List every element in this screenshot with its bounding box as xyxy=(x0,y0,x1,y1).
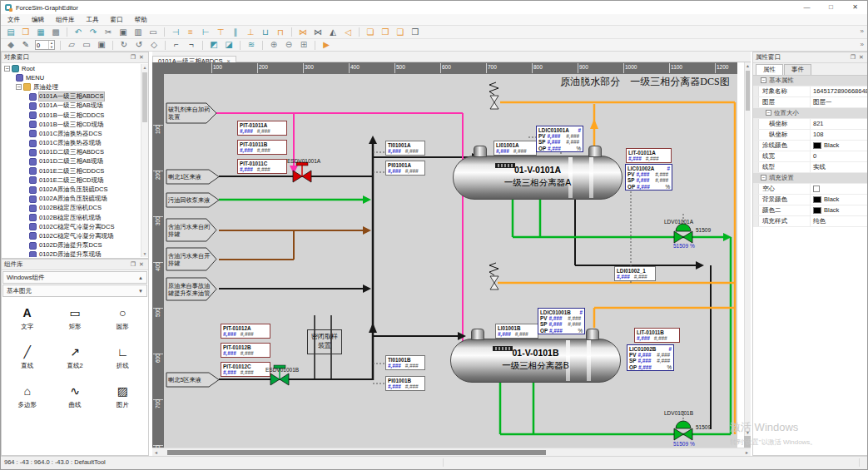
tree-node-screen[interactable]: 0101A一级三相ABDCS xyxy=(2,92,140,101)
align-top-icon[interactable]: ⊤ xyxy=(214,27,227,38)
property-row[interactable]: 横坐标821 xyxy=(753,119,868,130)
tree-node-screen[interactable]: 0101A一级三相AB现场 xyxy=(2,101,140,111)
vessel-01-V-0101B[interactable]: 01-V-0101B一级三相分离器B xyxy=(450,339,621,383)
controller-LDIC01001A[interactable]: LDIC01001A#PV#,####,###SP#,####,###OP#,#… xyxy=(536,126,583,152)
run-preview-icon[interactable]: ▶ xyxy=(320,39,333,51)
canvas-vertical-scrollbar[interactable]: ▲ ▼ xyxy=(744,62,751,436)
property-row[interactable]: −位置大小 xyxy=(753,108,868,119)
tree-node-screen[interactable]: 0101C原油换热器现场 xyxy=(2,139,140,148)
tree-node-screen[interactable]: 0102A原油负压脱硫现场 xyxy=(2,195,140,204)
hook-in-icon[interactable]: ⌐ xyxy=(170,39,183,51)
property-value[interactable]: 实线 xyxy=(811,162,868,172)
instrument-PIT-01011C[interactable]: PIT-01011C#,####,### xyxy=(237,159,287,174)
menu-item[interactable]: 编辑 xyxy=(26,14,50,25)
panel-float-icon[interactable]: ❐ xyxy=(129,261,137,268)
property-row[interactable]: 对象名称1645172890668648 xyxy=(753,87,868,97)
property-value[interactable]: Black xyxy=(811,141,868,151)
menu-item[interactable]: 帮助 xyxy=(129,14,153,25)
tree-node-screen[interactable]: 0101E二级三相CD现场 xyxy=(2,176,140,185)
component-polygon-tool[interactable]: ⌂多边形 xyxy=(3,383,51,409)
menu-item[interactable]: 窗口 xyxy=(105,14,129,25)
same-height-icon[interactable]: ⊓ xyxy=(274,27,287,38)
collapse-arrow-icon[interactable]: ▼ xyxy=(138,286,143,296)
ungroup-icon[interactable]: ❒ xyxy=(409,27,422,38)
minimize-button[interactable]: — xyxy=(795,1,819,14)
tree-node-screen[interactable]: 0102A原油负压脱硫DCS xyxy=(2,185,140,194)
property-row[interactable]: −填充设置 xyxy=(753,173,868,184)
tree-node-screen[interactable]: 0101B一级三相CDDCS xyxy=(2,111,140,120)
instrument-PIT-01011A[interactable]: PIT-01011A#,####,### xyxy=(237,121,287,136)
property-row[interactable]: 颜色二Black xyxy=(753,205,868,216)
print-icon[interactable]: ▩ xyxy=(49,27,62,38)
property-row[interactable]: 线型实线 xyxy=(753,162,868,173)
group-collapse-icon[interactable]: − xyxy=(761,175,766,181)
group-collapse-icon[interactable]: − xyxy=(761,77,766,83)
tree-expander-icon[interactable]: − xyxy=(4,66,10,72)
controller-LIC01002B[interactable]: LIC01002B#PV#,####,###SP#,####,###OP#,##… xyxy=(627,344,674,371)
instrument-TI01001B[interactable]: TI01001B#,####,### xyxy=(385,355,425,370)
rotate-cw-icon[interactable]: ↻ xyxy=(117,39,131,51)
property-value[interactable]: Black xyxy=(811,195,868,205)
tree-expander-icon[interactable]: − xyxy=(16,84,22,90)
mirror-left-icon[interactable]: ◭ xyxy=(326,27,340,38)
align-center-icon[interactable]: ≡ xyxy=(184,27,197,38)
menu-item[interactable]: 工具 xyxy=(81,14,105,25)
select-region-icon[interactable]: ◩ xyxy=(207,39,221,51)
property-value[interactable]: 1645172890668648 xyxy=(811,87,868,96)
tree-node-screen[interactable]: 0102C稳定气冷凝分离DCS xyxy=(2,222,140,231)
toolbar-overflow-icon[interactable]: » xyxy=(861,27,864,35)
new-file-icon[interactable]: ▤ xyxy=(4,27,17,38)
panel-float-icon[interactable]: ❐ xyxy=(129,54,137,61)
hook-out-icon[interactable]: ¬ xyxy=(185,39,198,51)
tree-node-screen[interactable]: 0101D二级三相AB现场 xyxy=(2,157,140,166)
zoom-in-icon[interactable]: ⊕ xyxy=(267,39,280,51)
bring-to-front-icon[interactable]: ❏ xyxy=(364,27,377,38)
open-file-icon[interactable]: ❒ xyxy=(19,27,32,38)
property-value[interactable]: 纯色 xyxy=(811,216,868,226)
canvas-horizontal-scrollbar[interactable]: ◄ ► xyxy=(152,448,751,456)
property-value[interactable] xyxy=(811,184,868,194)
mirror-right-icon[interactable]: ◁ xyxy=(341,27,355,38)
delete-icon[interactable]: ▭ xyxy=(146,27,160,38)
instrument-LIT-01011B[interactable]: LIT-01011B#,####,### xyxy=(634,328,680,343)
group-collapse-icon[interactable]: − xyxy=(766,110,771,116)
instrument-LI01001A[interactable]: LI01001A#,####,### xyxy=(494,141,537,156)
vessel-01-V-0101A[interactable]: 01-V-0101A一级三相分离器A xyxy=(453,156,622,200)
line-width-input[interactable] xyxy=(36,41,48,49)
instrument-PIT-01012A[interactable]: PIT-01012A#,####,### xyxy=(221,324,270,339)
tree-node-root[interactable]: −Root xyxy=(2,64,140,73)
property-row[interactable]: 背景颜色Black xyxy=(753,195,868,205)
closed-sampling-device[interactable]: 密闭取样装置 xyxy=(307,329,342,354)
select-lasso-icon[interactable]: ◪ xyxy=(222,39,236,51)
zoom-fit-icon[interactable]: ⊞ xyxy=(297,39,310,51)
controller-LIC01002A[interactable]: LIC01002A#PV#,####,###SP#,####,###OP#,##… xyxy=(625,164,672,190)
component-curve-tool[interactable]: ∿曲线 xyxy=(51,383,98,409)
property-value[interactable]: 108 xyxy=(811,130,868,140)
menu-item[interactable]: 文件 xyxy=(2,14,26,25)
flip-vertical-icon[interactable]: ⋈ xyxy=(311,27,325,38)
cut-icon[interactable]: ✂ xyxy=(102,27,115,38)
property-row[interactable]: 涂线颜色Black xyxy=(753,141,868,151)
tree-node-screen[interactable]: 0101E二级三相CDDCS xyxy=(2,166,140,176)
tree-scrollbar[interactable]: ▲ ▼ xyxy=(141,64,148,257)
tree-node-menu[interactable]: MENU xyxy=(2,73,140,82)
component-line-tool[interactable]: ╱直线 xyxy=(3,344,51,370)
instrument-PIT-01011B[interactable]: PIT-01011B#,####,### xyxy=(237,140,287,155)
panel-float-icon[interactable]: ❐ xyxy=(849,54,857,61)
instrument-LI01001B[interactable]: LI01001B#,####,### xyxy=(495,324,538,339)
instrument-TI01001A[interactable]: TI01001A#,####,### xyxy=(385,141,425,156)
flip-horizontal-icon[interactable]: ⋈ xyxy=(296,27,310,38)
property-row[interactable]: 空心 xyxy=(753,184,868,195)
rotate-ccw-icon[interactable]: ↺ xyxy=(132,39,146,51)
paste-icon[interactable]: ▥ xyxy=(131,27,145,38)
checkbox[interactable] xyxy=(813,186,820,192)
properties-tab[interactable]: 事件 xyxy=(784,64,811,75)
controller-LDIC01001B[interactable]: LDIC01001B#PV#,####,###SP#,####,###OP#,#… xyxy=(538,308,585,334)
drawing-canvas[interactable]: 破乳剂来自加药装置喇北1区来液污油回收泵来液含油污水来自闭排罐含油污水来自开排罐… xyxy=(164,74,737,448)
tree-node-screen[interactable]: 0102B稳定压缩机DCS xyxy=(2,204,140,213)
property-row[interactable]: 图层图层一 xyxy=(753,97,868,108)
panel-close-icon[interactable]: ✕ xyxy=(137,54,146,61)
property-value[interactable]: 0 xyxy=(811,151,868,161)
maximize-button[interactable]: □ xyxy=(819,1,843,14)
instrument-LDI01002_1[interactable]: LDI01002_1#,####,### xyxy=(614,266,656,281)
